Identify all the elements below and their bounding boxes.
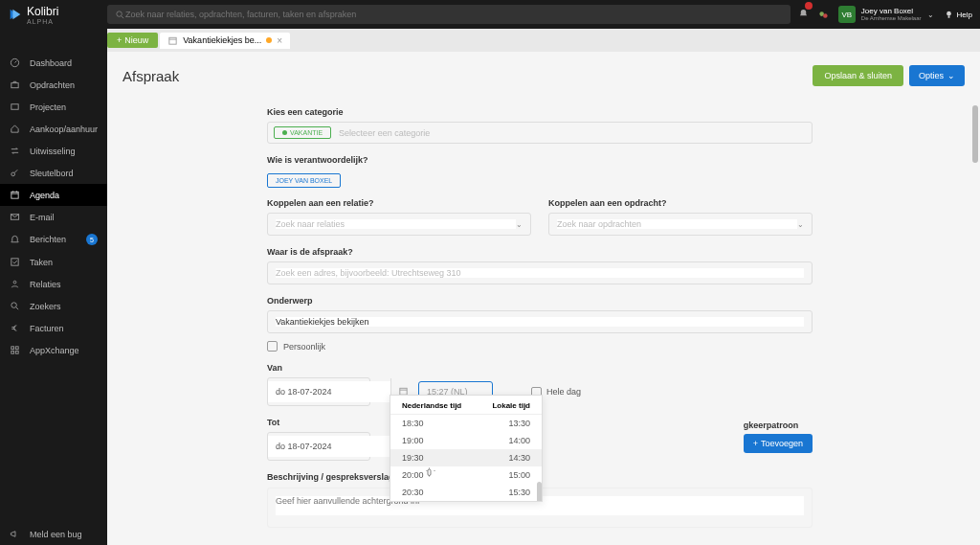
chevron-down-icon: ⌄ [927,11,934,19]
svg-rect-17 [15,351,18,353]
nav-appxchange[interactable]: AppXchange [0,339,107,361]
notifications-button[interactable] [798,6,809,23]
nav-aankoop[interactable]: Aankoop/aanhuur [0,118,107,140]
svg-rect-11 [11,259,18,265]
header-right: VB Joey van Boxel De Arnhemse Makelaar ⌄… [798,6,972,23]
page-title: Afspraak [122,68,179,84]
calendar-icon [167,35,178,46]
nav-zoekers[interactable]: Zoekers [0,295,107,317]
chevron-down-icon: ⌄ [516,220,523,229]
chat-icon[interactable] [818,10,829,20]
svg-rect-15 [15,347,18,350]
add-repeat-button[interactable]: +Toevoegen [744,434,813,453]
user-menu[interactable]: VB Joey van Boxel De Arnhemse Makelaar ⌄ [838,6,934,23]
folder-icon [10,102,20,112]
plus-icon: + [753,439,758,448]
subject-input[interactable] [267,310,813,333]
svg-point-12 [13,281,16,284]
global-search[interactable] [107,5,791,24]
svg-point-8 [11,172,15,176]
bulb-icon [944,10,954,20]
where-input[interactable] [267,261,813,284]
house-icon [10,124,20,134]
logo-text: Kolibri [27,5,58,18]
user-name: Joey van Boxel [861,8,922,15]
dot-icon [282,130,287,135]
time-option[interactable]: 20:3015:30 [390,484,542,501]
search-icon [115,10,125,20]
save-button[interactable]: Opslaan & sluiten [813,65,903,86]
gauge-icon [10,57,20,68]
checkbox-icon [267,341,278,352]
category-input[interactable]: VAKANTIE Selecteer een categorie [267,122,813,144]
repeat-label: gkeerpatroon [744,420,813,430]
nav-opdrachten[interactable]: Opdrachten [0,74,107,96]
user-subtitle: De Arnhemse Makelaar [861,15,922,21]
sidebar: Dashboard Opdrachten Projecten Aankoop/a… [0,29,107,545]
nav-uitwisseling[interactable]: Uitwisseling [0,140,107,162]
briefcase-icon [10,79,20,90]
opdracht-input[interactable]: ⌄ [548,213,813,236]
relatie-label: Koppelen aan een relatie? [267,198,531,208]
main-content: Afspraak Opslaan & sluiten Opties⌄ Kies … [107,52,980,545]
plus-icon: + [117,35,122,45]
berichten-badge: 5 [86,234,98,245]
scrollbar-thumb[interactable] [537,482,542,501]
notif-badge [805,2,813,10]
megaphone-icon [10,529,20,539]
svg-rect-6 [11,83,18,88]
page-scrollbar[interactable] [972,105,978,163]
time-option[interactable]: 19:3014:30 [390,449,542,466]
bell-icon [10,235,20,245]
calendar-icon [10,190,20,200]
search-input[interactable] [125,10,783,19]
users-icon [10,279,20,289]
nav-berichten[interactable]: Berichten5 [0,228,107,251]
new-tab-button[interactable]: +Nieuw [107,33,158,48]
logo[interactable]: Kolibri ALPHA [8,5,107,25]
time-dropdown: Nederlandse tijd Lokale tijd 18:3013:30 … [390,395,543,502]
swap-icon [10,146,20,156]
svg-rect-18 [169,37,176,44]
avatar: VB [838,6,856,23]
nav-projecten[interactable]: Projecten [0,96,107,118]
van-date-input[interactable] [267,377,370,406]
logo-edition: ALPHA [27,18,58,25]
time-option[interactable]: 19:0014:00 [390,432,542,449]
time-option[interactable]: 20:0015:00 [390,466,542,484]
key-icon [10,168,20,178]
mail-icon [10,212,20,222]
help-link[interactable]: Help [944,10,972,20]
nav-taken[interactable]: Taken [0,251,107,273]
responsible-chip[interactable]: JOEY VAN BOXEL [267,173,341,188]
options-button[interactable]: Opties⌄ [909,65,965,86]
nav-sleutelbord[interactable]: Sleutelbord [0,162,107,184]
svg-rect-4 [947,15,949,17]
nav-report-bug[interactable]: Meld een bug [0,523,107,545]
personal-checkbox[interactable]: Persoonlijk [267,341,813,352]
responsible-label: Wie is verantwoordelijk? [267,155,813,165]
tab-vakantiekiekjes[interactable]: Vakantiekiekjes be... × [160,33,290,49]
nav-dashboard[interactable]: Dashboard [0,52,107,74]
unsaved-indicator-icon [266,37,272,43]
chevron-down-icon: ⌄ [797,220,804,229]
relatie-input[interactable]: ⌄ [267,213,531,236]
nav-facturen[interactable]: Facturen [0,317,107,339]
time-option[interactable]: 18:3013:30 [390,415,542,432]
tot-date-input[interactable] [267,432,370,461]
nav-agenda[interactable]: Agenda [0,184,107,206]
nav-relaties[interactable]: Relaties [0,273,107,295]
category-placeholder: Selecteer een categorie [339,128,430,138]
opdracht-label: Koppelen aan een opdracht? [548,198,813,208]
svg-point-13 [11,303,17,308]
svg-rect-7 [11,104,18,110]
page-header: Afspraak Opslaan & sluiten Opties⌄ [107,52,980,96]
kolibri-logo-icon [8,7,23,22]
svg-point-3 [947,11,951,15]
van-label: Van [267,363,813,373]
category-chip[interactable]: VAKANTIE [274,126,331,139]
tab-bar: +Nieuw Vakantiekiekjes be... × [0,29,980,52]
nav-email[interactable]: E-mail [0,206,107,228]
close-icon[interactable]: × [277,35,282,46]
check-icon [10,257,20,267]
